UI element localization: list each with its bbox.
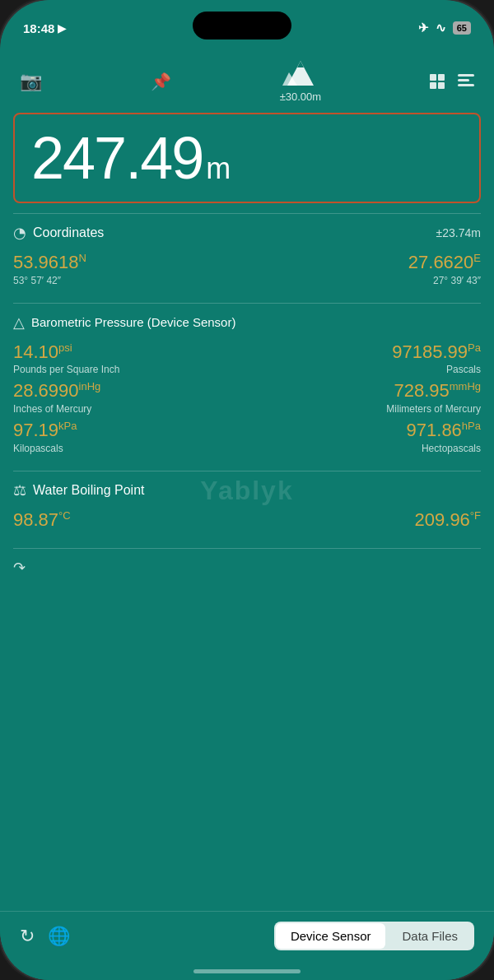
mmhg-label: Milimeters of Mercury: [386, 403, 481, 415]
camera-icon[interactable]: 📷: [20, 71, 42, 92]
divider-3: [13, 471, 481, 471]
globe-icon[interactable]: 🌐: [48, 926, 70, 947]
psi-label: Pounds per Square Inch: [13, 364, 119, 375]
location-icon: ▶: [58, 22, 66, 35]
divider-1: [13, 213, 481, 214]
inhg-label: Inches of Mercury: [13, 403, 91, 415]
lat-decimal: 53.9618N: [13, 252, 86, 274]
status-bar: 18:48 ▶ ✈ ∿ 65: [0, 0, 494, 51]
kpa-label: Kilopascals: [13, 443, 63, 454]
water-boiling-header: ⚖ Water Boiling Point: [13, 481, 481, 499]
lat-dms: 53° 57′ 42″: [13, 275, 61, 286]
dynamic-island: [193, 12, 291, 39]
content-scroll[interactable]: Yablyk ◔ Coordinates ±23.74m 53.9618N: [0, 203, 494, 980]
celsius-cell: 98.87°C: [13, 509, 244, 532]
boiling-icon: ⚖: [13, 481, 26, 499]
device-sensor-tab[interactable]: Device Sensor: [276, 923, 386, 949]
status-left: 18:48 ▶: [23, 21, 66, 35]
wind-icon: ↷: [13, 559, 26, 577]
pin-icon[interactable]: 📌: [151, 72, 171, 91]
list-view-icon[interactable]: [458, 74, 474, 89]
phone-frame: 18:48 ▶ ✈ ∿ 65 📷 📌 ±30.00m: [0, 0, 494, 980]
hpa-cell: 971.86hPa Hectopascals: [250, 420, 481, 454]
segmented-control: Device Sensor Data Files: [274, 922, 474, 950]
inhg-value: 28.6990inHg: [13, 380, 100, 402]
pa-value: 97185.99Pa: [392, 341, 481, 364]
barometric-title-group: △ Barometric Pressure (Device Sensor): [13, 314, 235, 332]
status-right: ✈ ∿ 65: [418, 21, 471, 35]
coordinates-grid: 53.9618N 53° 57′ 42″ 27.6620E 27° 39′ 43…: [13, 248, 481, 293]
longitude-cell: 27.6620E 27° 39′ 43″: [250, 252, 481, 286]
kpa-cell: 97.19kPa Kilopascals: [13, 420, 244, 454]
psi-value: 14.10psi: [13, 341, 72, 364]
altitude-unit: m: [206, 151, 231, 186]
home-indicator: [193, 969, 301, 973]
bottom-left-icons: ↻ 🌐: [20, 926, 70, 947]
barometer-icon: △: [13, 314, 25, 332]
coordinates-title: Coordinates: [33, 225, 104, 240]
coordinates-accuracy: ±23.74m: [436, 226, 481, 239]
fahrenheit-cell: 209.96°F: [250, 509, 481, 532]
barometric-title: Barometric Pressure (Device Sensor): [31, 315, 235, 329]
kpa-value: 97.19kPa: [13, 420, 77, 442]
fahrenheit-value: 209.96°F: [415, 509, 481, 532]
gps-accuracy: ±30.00m: [280, 91, 322, 103]
mmhg-value: 728.95mmHg: [394, 380, 481, 402]
water-boiling-title-group: ⚖ Water Boiling Point: [13, 481, 144, 499]
barometric-section: △ Barometric Pressure (Device Sensor) 14…: [0, 314, 494, 461]
compass-icon: ◔: [13, 224, 26, 242]
inhg-cell: 28.6990inHg Inches of Mercury: [13, 380, 244, 415]
divider-2: [13, 303, 481, 304]
partial-section: ↷: [0, 559, 494, 583]
grid-view-icon[interactable]: [430, 74, 445, 89]
coordinates-title-group: ◔ Coordinates: [13, 224, 104, 242]
battery-display: 65: [453, 21, 471, 35]
mmhg-cell: 728.95mmHg Milimeters of Mercury: [250, 380, 481, 415]
hpa-value: 971.86hPa: [407, 420, 481, 442]
water-boiling-title: Water Boiling Point: [33, 483, 144, 498]
wifi-icon: ∿: [436, 21, 446, 35]
phone-screen: 18:48 ▶ ✈ ∿ 65 📷 📌 ±30.00m: [0, 0, 494, 980]
lon-decimal: 27.6620E: [408, 252, 481, 274]
time-display: 18:48: [23, 21, 54, 35]
psi-cell: 14.10psi Pounds per Square Inch: [13, 341, 244, 376]
pa-label: Pascals: [446, 364, 481, 375]
barometric-grid: 14.10psi Pounds per Square Inch 97185.99…: [13, 338, 481, 461]
mountain-icon: [282, 59, 319, 89]
header-center: ±30.00m: [280, 59, 322, 103]
coordinates-section: ◔ Coordinates ±23.74m 53.9618N 53° 57′ 4…: [0, 224, 494, 293]
pa-cell: 97185.99Pa Pascals: [250, 341, 481, 376]
header-right-icons: [430, 74, 474, 89]
lon-dms: 27° 39′ 43″: [433, 275, 481, 286]
divider-4: [13, 548, 481, 549]
app-header: 📷 📌 ±30.00m: [0, 51, 494, 106]
water-boiling-section: ⚖ Water Boiling Point 98.87°C 209.96°F: [0, 481, 494, 538]
hpa-label: Hectopascals: [422, 443, 481, 454]
barometric-header: △ Barometric Pressure (Device Sensor): [13, 314, 481, 332]
latitude-cell: 53.9618N 53° 57′ 42″: [13, 252, 244, 286]
refresh-icon[interactable]: ↻: [20, 926, 35, 947]
altitude-value: 247.49: [31, 124, 203, 192]
partial-section-header: ↷: [13, 559, 481, 577]
altitude-display-box: 247.49 m: [13, 113, 481, 203]
water-boiling-grid: 98.87°C 209.96°F: [13, 506, 481, 538]
celsius-value: 98.87°C: [13, 509, 71, 532]
data-files-tab[interactable]: Data Files: [387, 923, 473, 949]
airplane-icon: ✈: [418, 21, 429, 35]
coordinates-header: ◔ Coordinates ±23.74m: [13, 224, 481, 242]
svg-marker-2: [297, 61, 304, 67]
